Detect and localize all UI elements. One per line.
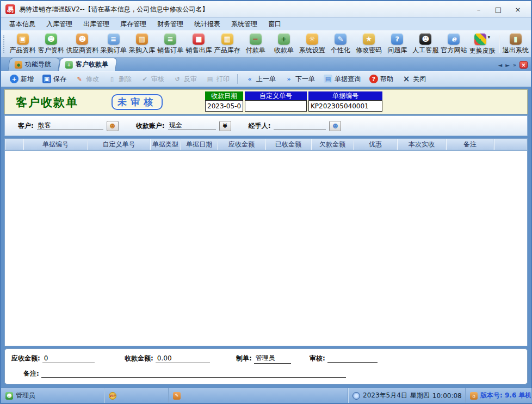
toolbar-button-payment-bill[interactable]: 付款单 — [242, 32, 270, 56]
toolbar-button-exit-system[interactable]: 退出系统 — [502, 32, 530, 56]
menu-item-system[interactable]: 系统管理 — [226, 18, 262, 30]
menu-item-basic-info[interactable]: 基本信息 — [4, 18, 40, 30]
table-body[interactable] — [5, 151, 527, 346]
tab-scroll-left-icon[interactable]: ◄ — [498, 62, 502, 68]
maximize-button[interactable]: □ — [490, 3, 507, 15]
toolbar-button-product-stock[interactable]: 产品库存 — [213, 32, 242, 56]
toolbar-button-question-bank[interactable]: 问题库 — [383, 32, 411, 56]
menu-item-inventory[interactable]: 库存管理 — [115, 18, 151, 30]
remark-value[interactable] — [41, 370, 346, 378]
handler-label: 经手人: — [249, 121, 271, 131]
table-col-custom-no[interactable]: 自定义单号 — [88, 139, 150, 150]
table-col-select[interactable] — [5, 139, 23, 150]
account-picker-button[interactable]: ¥ — [219, 121, 231, 131]
menu-item-inbound[interactable]: 入库管理 — [41, 18, 77, 30]
receipt-date-input[interactable] — [205, 100, 243, 112]
toolbar-label: 产品资料 — [10, 46, 36, 55]
doc-no-field: 单据编号 — [308, 91, 382, 112]
table-col-owed[interactable]: 欠款金额 — [311, 139, 354, 150]
edit-button[interactable]: 修改 — [72, 73, 102, 85]
custom-no-input[interactable] — [245, 100, 307, 112]
toolbar-button-personalize[interactable]: 个性化 — [326, 32, 355, 56]
action-label: 帮助 — [380, 75, 393, 84]
customer-picker-button[interactable] — [107, 121, 119, 131]
close-button[interactable]: × — [509, 3, 527, 15]
toolbar-button-supplier-data[interactable]: 供应商资料 — [65, 32, 100, 56]
chevron-down-icon: ▾ — [487, 34, 490, 40]
header-fields: 收款日期 自定义单号 单据编号 — [205, 91, 382, 112]
account-input[interactable] — [168, 121, 216, 130]
action-label: 上一单 — [256, 75, 276, 84]
vip-badge-icon: VIP — [109, 392, 116, 400]
customer-input[interactable] — [37, 121, 103, 130]
handler-input[interactable] — [274, 121, 326, 130]
toolbar-button-official-website[interactable]: 官方网站 — [440, 32, 468, 56]
toolbar-separator — [499, 35, 499, 53]
menu-item-finance[interactable]: 财务管理 — [152, 18, 188, 30]
table-col-remark[interactable]: 备注 — [446, 139, 494, 150]
received-value[interactable]: 0.00 — [156, 354, 210, 363]
website-icon — [448, 33, 460, 45]
close-doc-button[interactable]: 关闭 — [399, 73, 429, 85]
menu-item-window[interactable]: 窗口 — [263, 18, 286, 30]
toolbar-button-purchase-in[interactable]: 采购入库 — [128, 32, 156, 56]
table-col-discount[interactable]: 优惠 — [354, 139, 397, 150]
toolbar-button-receipt-bill[interactable]: 收款单 — [270, 32, 298, 56]
help-button[interactable]: 帮助 — [366, 73, 397, 85]
table-col-receivable[interactable]: 应收金额 — [218, 139, 265, 150]
menu-item-reports[interactable]: 统计报表 — [189, 18, 225, 30]
audit-button[interactable]: 审核 — [137, 73, 168, 85]
help-icon — [369, 75, 378, 83]
app-window: 易 易特进销存增强版V2--【请在基本信息，公司信息中修改公司名】 – □ × … — [0, 0, 532, 404]
table-col-paid-now[interactable]: 本次实收 — [397, 139, 446, 150]
toolbar-button-customer-data[interactable]: 客户资料 — [37, 32, 65, 56]
toolbar-button-sales-order[interactable]: 销售订单 — [156, 32, 184, 56]
toolbar-button-sales-out[interactable]: 销售出库 — [184, 32, 213, 56]
doc-no-input[interactable] — [308, 100, 382, 112]
tab-customer-receipt[interactable]: 客户收款单 — [58, 58, 117, 71]
skin-icon-wrap: ▾ — [474, 33, 490, 45]
previous-doc-button[interactable]: 上一单 — [242, 73, 279, 85]
status-vip-section: VIP — [104, 388, 169, 403]
toolbar-button-change-skin[interactable]: ▾ 更换皮肤 — [468, 32, 497, 56]
unaudit-stamp-icon — [173, 75, 182, 83]
next-doc-button[interactable]: 下一单 — [281, 73, 318, 85]
toolbar-button-product-data[interactable]: 产品资料 — [8, 32, 36, 56]
actionbar-separator — [237, 74, 238, 84]
unaudit-button[interactable]: 反审 — [170, 73, 200, 85]
toolbar-button-purchase-order[interactable]: 采购订单 — [100, 32, 128, 56]
receivable-value[interactable]: 0 — [42, 354, 95, 363]
exit-door-icon — [510, 33, 522, 45]
add-button[interactable]: 新增 — [7, 73, 37, 85]
table-col-doc-type[interactable]: 单据类型 — [150, 139, 181, 150]
delete-button[interactable]: 删除 — [104, 73, 135, 85]
sales-out-cart-icon — [193, 33, 205, 45]
toolbar-button-customer-service[interactable]: 人工客服 — [411, 32, 440, 56]
menu-item-outbound[interactable]: 出库管理 — [78, 18, 114, 30]
summary-row-1: 应收金额: 0 收款金额: 0.00 制单: 管理员 审核: — [11, 353, 521, 364]
tab-function-navigation[interactable]: 功能导航 — [8, 58, 60, 71]
tab-list-icon[interactable]: » — [513, 62, 516, 68]
user-icon — [5, 392, 13, 400]
status-note-section — [169, 388, 348, 403]
minimize-button[interactable]: – — [470, 3, 487, 15]
save-button[interactable]: 保存 — [39, 73, 70, 85]
status-version: 版本号: 9.6 单机版 — [480, 391, 531, 400]
table-col-doc-no[interactable]: 单据编号 — [23, 139, 88, 150]
received-group: 收款金额: 0.00 — [125, 354, 236, 363]
toolbar-button-change-password[interactable]: 修改密码 — [355, 32, 383, 56]
print-button[interactable]: 打印 — [202, 73, 233, 85]
close-x-icon — [402, 75, 411, 83]
action-label: 单据查询 — [335, 75, 361, 84]
tab-close-button[interactable]: × — [519, 61, 528, 69]
table-col-received[interactable]: 已收金额 — [265, 139, 311, 150]
toolbar-grip[interactable] — [3, 35, 7, 53]
table-col-doc-date[interactable]: 单据日期 — [181, 139, 218, 150]
tab-scroll-right-icon[interactable]: ► — [505, 62, 510, 68]
doc-query-button[interactable]: 单据查询 — [320, 73, 364, 85]
action-label: 修改 — [86, 75, 99, 84]
toolbar-button-system-settings[interactable]: 系统设置 — [298, 32, 326, 56]
handler-picker-button[interactable] — [329, 121, 341, 131]
customer-label: 客户: — [18, 121, 34, 131]
field-row: 客户: 收款账户: ¥ 经手人: — [4, 115, 528, 136]
